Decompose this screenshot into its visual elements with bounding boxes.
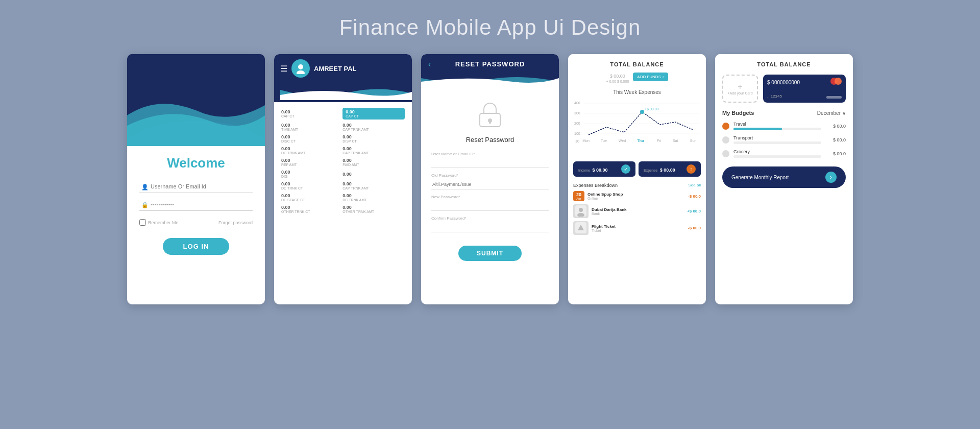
- card-white-bar: [826, 96, 842, 99]
- remember-me-label[interactable]: Remember Me: [139, 219, 179, 226]
- breakdown-item-1: 20 Apr Online Spup Shop Online -$ 00.0: [573, 191, 701, 201]
- hamburger-icon[interactable]: ☰: [280, 64, 287, 74]
- new-password-input[interactable]: [431, 201, 549, 211]
- income-expense-row: Income $ 00.00 ✓ Expense $ 00.00 ↑: [568, 158, 706, 180]
- lock-illustration: [475, 99, 505, 130]
- breakdown-title: Expenses Breakdown: [573, 183, 618, 188]
- login-button[interactable]: LOG IN: [163, 238, 230, 255]
- svg-text:Wed: Wed: [619, 139, 626, 142]
- december-label[interactable]: December ∨: [817, 110, 846, 116]
- budgets-title: TOTAL BALANCE: [722, 61, 846, 67]
- card-dots: ...12345: [767, 94, 782, 99]
- cell-c1: 0.00 OTHER TRNK CT: [279, 203, 340, 215]
- generate-btn-label: Generate Monthly Report: [731, 175, 789, 180]
- dash-header-top: ☰ AMREET PAL: [280, 59, 406, 85]
- password-input-group: 🔒: [139, 198, 253, 211]
- cell-c2: 0.00: [340, 168, 407, 180]
- username-input[interactable]: [139, 180, 253, 193]
- welcome-text: Welcome: [167, 155, 225, 171]
- breakdown-name-3: Flight Ticket: [592, 224, 685, 229]
- breakdown-amount-3: -$ 00.0: [688, 226, 701, 230]
- cell-c1: 0.00 DC STAGE CT: [279, 192, 340, 203]
- table-row: 0.00 REF AMT 0.00 PAID AMT: [279, 156, 407, 168]
- confirm-password-label: Confirm Password*: [431, 216, 549, 221]
- screen-dashboard: ☰ AMREET PAL 0.00 CAP CT: [274, 54, 412, 304]
- grocery-dot: [722, 150, 729, 157]
- cell-c1: 0.00 DC TRNK AMT: [279, 145, 340, 156]
- chevron-down-icon: ∨: [842, 110, 846, 116]
- password-input[interactable]: [139, 198, 253, 211]
- old-password-input[interactable]: [431, 180, 549, 189]
- svg-text:Sat: Sat: [673, 139, 678, 142]
- add-funds-button[interactable]: ADD FUNDS ›: [633, 73, 668, 81]
- breakdown-sub-2: Bank: [592, 212, 684, 216]
- date-badge-1: 20 Apr: [573, 191, 584, 201]
- expense-box: Expense $ 00.00 ↑: [639, 161, 701, 177]
- reset-username-input[interactable]: [431, 158, 549, 168]
- budget-item-transport: Transport $ 00.0: [715, 133, 853, 147]
- week-expenses-title: This Week Expenses: [568, 89, 706, 95]
- reset-body: Reset Password User Name or Email ID* Ol…: [421, 89, 559, 268]
- sub-balance: + 0.00 $ 0.000: [606, 80, 629, 83]
- travel-bar-fill: [733, 128, 782, 130]
- username-field-group: User Name or Email ID*: [431, 152, 549, 168]
- svg-text:200: 200: [574, 122, 580, 125]
- grocery-bar-bg: [733, 155, 821, 158]
- see-all-link[interactable]: See all: [689, 183, 701, 188]
- breakdown-header: Expenses Breakdown See all: [573, 183, 701, 188]
- forgot-password-link[interactable]: Forgot password: [218, 220, 253, 225]
- income-label: Income: [578, 169, 590, 172]
- my-budgets-label: My Budgets: [722, 110, 754, 116]
- screen-balance: TOTAL BALANCE $ 00.00 + 0.00 $ 0.000 ADD…: [568, 54, 706, 304]
- lock-icon: 🔒: [141, 202, 149, 208]
- date-badge-3: [573, 221, 589, 235]
- cell-c2: 0.00 CAP TRNK AMT: [340, 145, 407, 156]
- table-row: 0.00 OTHER TRNK CT 0.00 OTHER TRNK AMT: [279, 203, 407, 215]
- username-label: User Name or Email ID*: [431, 152, 549, 156]
- transport-dot: [722, 136, 729, 144]
- expense-up-icon: ↑: [687, 164, 696, 174]
- transport-amount: $ 00.0: [825, 137, 846, 142]
- svg-point-2: [298, 64, 303, 69]
- confirm-password-input[interactable]: [431, 223, 549, 232]
- breakdown-amount-2: +$ 00.0: [687, 209, 701, 213]
- login-header-graphic: [127, 54, 265, 146]
- breakdown-name-2: Dubai Darija Bank: [592, 207, 684, 212]
- add-card-label: +Add your Card: [727, 91, 752, 95]
- user-icon: 👤: [141, 184, 149, 190]
- screen-budgets: TOTAL BALANCE + +Add your Card $ 0000000…: [715, 54, 853, 304]
- balance-amount: $ 00.00: [610, 74, 625, 79]
- table-row: 0.00 TIME AMT 0.00 CAP TRNK AMT: [279, 121, 407, 133]
- svg-text:Sun: Sun: [690, 139, 697, 142]
- back-arrow-icon[interactable]: ‹: [428, 60, 431, 69]
- travel-name: Travel: [733, 122, 821, 127]
- page-title: Finance Mobile App Ui Design: [339, 15, 641, 40]
- generate-btn-wrap: Generate Monthly Report ›: [715, 162, 853, 192]
- screens-container: Welcome 👤 🔒 Remember Me Forgot password …: [127, 54, 853, 304]
- cell-c2: 0.00 CAP TRNK AMT: [340, 180, 407, 192]
- svg-text:Tue: Tue: [601, 139, 607, 142]
- login-options: Remember Me Forgot password: [139, 219, 253, 226]
- breakdown-item-3: Flight Ticket Ticket -$ 00.0: [573, 221, 701, 235]
- submit-button[interactable]: SUBMIT: [458, 246, 522, 261]
- table-row: 0.00 DC TRNK CT 0.00 CAP TRNK AMT: [279, 180, 407, 192]
- transport-name: Transport: [733, 135, 821, 140]
- breakdown-name-1: Online Spup Shop: [587, 192, 685, 197]
- add-card-box[interactable]: + +Add your Card: [722, 75, 758, 103]
- expenses-breakdown: Expenses Breakdown See all 20 Apr Online…: [568, 180, 706, 235]
- breakdown-info-2: Dubai Darija Bank Bank: [592, 207, 684, 216]
- login-header: [127, 54, 265, 146]
- confirm-password-group: Confirm Password*: [431, 216, 549, 232]
- expense-chart: 400 300 200 100 10 +$ 00.00 Mon Tue Wed: [573, 99, 701, 145]
- user-name: AMREET PAL: [314, 65, 357, 73]
- col2-header-active: 0.00 CAP CT: [340, 106, 407, 121]
- svg-text:Fri: Fri: [657, 139, 662, 142]
- remember-me-checkbox[interactable]: [139, 219, 146, 226]
- breakdown-info-1: Online Spup Shop Online: [587, 192, 685, 200]
- col1-header: 0.00 CAP CT: [279, 106, 340, 121]
- screen-reset: ‹ RESET PASSWORD Reset Password User Nam…: [421, 54, 559, 304]
- cell-c2: 0.00 DC TRNK AMT: [340, 192, 407, 203]
- old-password-group: Old Password*: [431, 173, 549, 189]
- generate-monthly-report-button[interactable]: Generate Monthly Report ›: [722, 166, 846, 188]
- reset-title: RESET PASSWORD: [455, 60, 525, 68]
